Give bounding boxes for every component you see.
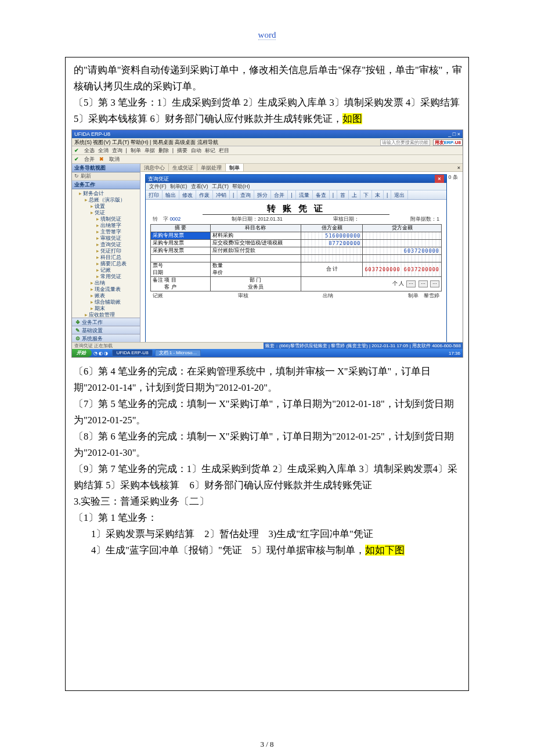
page-header: word [0, 0, 534, 40]
tree-node[interactable]: ▸查询凭证 [73, 242, 139, 248]
refresh-button[interactable]: ↻ 刷新 [72, 172, 140, 181]
check-icon: ✔ [74, 156, 79, 162]
side-bottom-bars[interactable]: ❖ 业务工作 ✎ 基础设置 ⚙ 系统服务 [72, 318, 140, 342]
windows-taskbar[interactable]: 开始 ◔ ◐ ◑ UFIDA ERP-U8 文档 1 - Microso… 17… [72, 349, 463, 357]
para-7: 3.实验三：普通采购业务〔二〕 [74, 494, 463, 510]
highlight-a: 如图 [342, 113, 362, 124]
side-panel-title-2: 业务工作 [72, 181, 140, 189]
para-1: 的"请购单"资料自动传递到采购订单中，修改相关信息后单击"保存"按钮，单击"审核… [74, 62, 463, 95]
tree-node[interactable]: ▸凭证打印 [73, 248, 139, 254]
tab-voucher[interactable]: 生成凭证 [169, 164, 197, 171]
tree-node[interactable]: ▸审核凭证 [73, 235, 139, 242]
erp-search-input[interactable]: 请输入您要搜索的功能 [380, 139, 430, 146]
tree-node[interactable]: ▸总账（演示版） [73, 197, 139, 203]
para-5: 〔8〕第 6 笔业务的完成：填制一 X"采购订单"，订单日期为"2012-01-… [74, 429, 463, 461]
tree-node[interactable]: ▸凭证 [73, 210, 139, 216]
erp-sidebar: 业务导航视图 ↻ 刷新 业务工作 ▸财务会计▸总账（演示版）▸设置▸凭证▸填制凭… [72, 164, 140, 342]
tree-node[interactable]: ▸设置 [73, 203, 139, 210]
erp-brand-badge: 用友ERP-U8 [433, 139, 463, 146]
side-panel-title-1: 业务导航视图 [72, 164, 140, 172]
gear-icon: ❖ [75, 319, 80, 325]
window-controls[interactable]: _ □ × [448, 130, 460, 138]
lookup-button[interactable]: ⋯ [418, 280, 428, 287]
tab-close-icon[interactable]: × [455, 164, 463, 171]
tree-node[interactable]: ▸科目汇总 [73, 254, 139, 261]
tree-node[interactable]: ▸期末 [73, 305, 139, 312]
voucher-title: 转 账 凭 证 [203, 203, 389, 215]
tree-node[interactable]: ▸常用凭证 [73, 273, 139, 280]
tree-node[interactable]: ▸记账 [73, 267, 139, 273]
erp-statusbar: 查询凭证 正在加载 账套：(666)黎雪婷供应链账套 | 黎雪婷 (账套主管) … [72, 342, 463, 349]
erp-titlebar: UFIDA ERP-U8 _ □ × [72, 130, 463, 138]
check-icon: ✔ [74, 147, 79, 153]
para-3: 〔6〕第 4 笔业务的完成：在采购管理系统中，填制并审核一 X"采购订单"，订单… [74, 363, 463, 396]
tree-node[interactable]: ▸应收款管理 [73, 312, 139, 318]
nav-tree[interactable]: ▸财务会计▸总账（演示版）▸设置▸凭证▸填制凭证▸出纳签字▸主管签字▸审核凭证▸… [72, 189, 140, 318]
erp-title-text: UFIDA ERP-U8 [74, 130, 110, 138]
para-4: 〔7〕第 5 笔业务的完成：填制一 X"采购订单"，订单日期为"2012-01-… [74, 396, 463, 429]
tree-node[interactable]: ▸综合辅助账 [73, 299, 139, 305]
erp-toolbar-1[interactable]: ✔ 全选全消查询|制单单据删除|摘要自动标记栏目 [72, 146, 463, 155]
tab-msg[interactable]: 消息中心 [140, 164, 169, 171]
tree-node[interactable]: ▸现金流量表 [73, 286, 139, 293]
para-2: 〔5〕第 3 笔业务：1〕生成采购到货单 2〕生成采购入库单 3〕填制采购发票 … [74, 95, 463, 127]
voucher-dialog: 查询凭证 × 文件(F)制单(E)查看(V)工具(T)帮助(H) 打印输出修改作… [145, 174, 447, 342]
erp-menu-items[interactable]: 系统(S) 视图(V) 工具(T) 帮助(H) | 简易桌面 高级桌面 流程导航 [74, 138, 218, 146]
voucher-signoff: 记账 审核 出纳 制单 黎雪婷 [150, 291, 442, 300]
para-8: 〔1〕第 1 笔业务： [74, 510, 463, 526]
wrench-icon: ✎ [75, 327, 80, 333]
tree-node[interactable]: ▸出纳签字 [73, 222, 139, 229]
clock: 17:36 [449, 351, 463, 356]
quicklaunch-icon[interactable]: ◔ ◐ ◑ [92, 351, 110, 356]
table-row[interactable]: 采购专用发票应交税费/应交增值税/进项税额877200000 [151, 240, 442, 247]
para-9: 1〕采购发票与采购结算 2〕暂估处理 3)生成"红字回冲单"凭证 [74, 526, 463, 542]
taskbar-item[interactable]: 文档 1 - Microso… [155, 350, 201, 357]
tree-node[interactable]: ▸账表 [73, 293, 139, 299]
tab-make[interactable]: 制单 [226, 164, 244, 171]
cancel-icon: ✖ [99, 156, 104, 162]
lookup-button[interactable]: ⋯ [406, 280, 416, 287]
erp-main: 消息中心 生成凭证 单据处理 制单 × 采购发票制单 共 0 条 查询凭证 × [140, 164, 463, 342]
table-row[interactable]: 采购专用发票材料采购5160000000 [151, 232, 442, 240]
voucher-meta: 转 字 0002 制单日期：2012.01.31 审核日期： 附单据数：1 [150, 216, 442, 224]
table-row[interactable] [151, 255, 442, 262]
tree-node[interactable]: ▸填制凭证 [73, 216, 139, 222]
erp-screenshot: UFIDA ERP-U8 _ □ × 系统(S) 视图(V) 工具(T) 帮助(… [71, 129, 463, 358]
body-text-bottom: 〔6〕第 4 笔业务的完成：在采购管理系统中，填制并审核一 X"采购订单"，订单… [66, 359, 468, 559]
tab-bill[interactable]: 单据处理 [197, 164, 226, 171]
highlight-b: 如如下图 [365, 545, 405, 556]
erp-menubar[interactable]: 系统(S) 视图(V) 工具(T) 帮助(H) | 简易桌面 高级桌面 流程导航… [72, 138, 463, 146]
close-icon[interactable]: × [435, 175, 444, 183]
lookup-button[interactable]: ⋯ [430, 280, 439, 287]
para-6: 〔9〕第 7 笔业务的完成：1〕生成采购到货单 2〕生成采购入库单 3〕填制采购… [74, 461, 463, 494]
service-icon: ⚙ [75, 336, 80, 341]
para-10: 4〕生成"蓝字回冲单〔报销〕"凭证 5〕现付单据审核与制单，如如下图 [74, 542, 463, 559]
dialog-titlebar[interactable]: 查询凭证 × [146, 175, 446, 183]
dialog-menu[interactable]: 文件(F)制单(E)查看(V)工具(T)帮助(H) [146, 183, 446, 190]
erp-tabs[interactable]: 消息中心 生成凭证 单据处理 制单 × [140, 164, 463, 172]
header-link[interactable]: word [258, 30, 276, 40]
taskbar-item[interactable]: UFIDA ERP-U8 [112, 350, 152, 357]
tree-node[interactable]: ▸出纳 [73, 280, 139, 286]
page-footer: 3 / 8 [0, 740, 534, 749]
start-button[interactable]: 开始 [72, 349, 92, 357]
erp-toolbar-2[interactable]: ✔ 合并 ✖ 取消 [72, 155, 463, 164]
voucher-table: 摘 要 科目名称 借方金额 贷方金额 采购专用发票材料采购5160000000采… [150, 224, 442, 291]
dialog-toolbar[interactable]: 打印输出修改作废冲销|查询拆分合并|流量备查|首上下末|退出 [146, 190, 446, 200]
tree-node[interactable]: ▸财务会计 [73, 190, 139, 197]
table-row[interactable]: 采购专用发票应付账款/应付货款6037200000 [151, 247, 442, 255]
tree-node[interactable]: ▸主管签字 [73, 229, 139, 235]
tree-node[interactable]: ▸摘要汇总表 [73, 261, 139, 267]
page-frame: 的"请购单"资料自动传递到采购订单中，修改相关信息后单击"保存"按钮，单击"审核… [65, 57, 469, 691]
body-text-top: 的"请购单"资料自动传递到采购订单中，修改相关信息后单击"保存"按钮，单击"审核… [66, 57, 468, 127]
